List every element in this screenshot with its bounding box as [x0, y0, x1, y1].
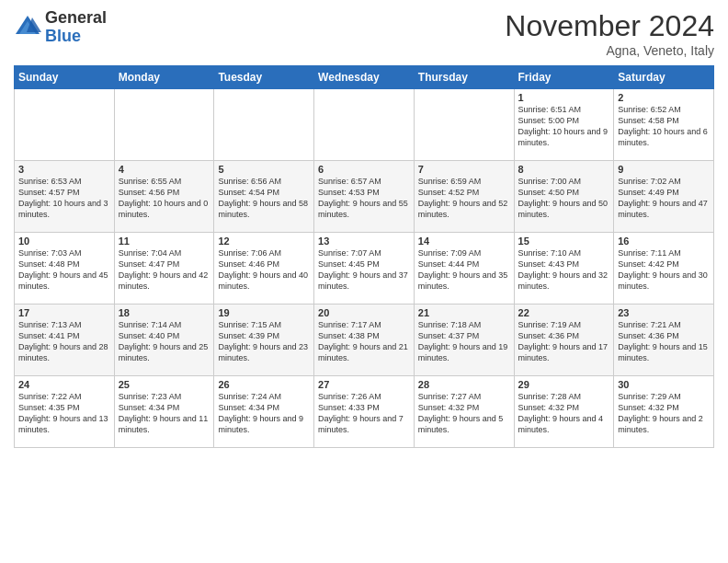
day-info: Sunrise: 7:11 AM Sunset: 4:42 PM Dayligh…: [618, 247, 710, 293]
logo-text: General Blue: [45, 9, 107, 46]
table-row: 12Sunrise: 7:06 AM Sunset: 4:46 PM Dayli…: [214, 233, 314, 304]
day-number: 12: [218, 236, 310, 247]
day-info: Sunrise: 7:29 AM Sunset: 4:32 PM Dayligh…: [618, 391, 710, 436]
table-row: 3Sunrise: 6:53 AM Sunset: 4:57 PM Daylig…: [15, 161, 115, 233]
day-info: Sunrise: 7:00 AM Sunset: 4:50 PM Dayligh…: [518, 176, 610, 221]
day-info: Sunrise: 7:19 AM Sunset: 4:36 PM Dayligh…: [518, 319, 610, 364]
day-info: Sunrise: 7:07 AM Sunset: 4:45 PM Dayligh…: [318, 247, 410, 293]
day-info: Sunrise: 6:55 AM Sunset: 4:56 PM Dayligh…: [119, 176, 210, 221]
day-info: Sunrise: 7:23 AM Sunset: 4:34 PM Dayligh…: [119, 391, 210, 436]
day-info: Sunrise: 7:04 AM Sunset: 4:47 PM Dayligh…: [119, 247, 210, 293]
table-row: [314, 89, 415, 161]
day-number: 27: [318, 379, 410, 390]
table-row: 21Sunrise: 7:18 AM Sunset: 4:37 PM Dayli…: [414, 304, 514, 376]
calendar-header-row: Sunday Monday Tuesday Wednesday Thursday…: [15, 66, 714, 89]
table-row: 13Sunrise: 7:07 AM Sunset: 4:45 PM Dayli…: [314, 233, 415, 304]
table-row: 6Sunrise: 6:57 AM Sunset: 4:53 PM Daylig…: [314, 161, 415, 233]
calendar-week-4: 17Sunrise: 7:13 AM Sunset: 4:41 PM Dayli…: [15, 304, 714, 376]
header-monday: Monday: [114, 66, 214, 89]
table-row: 7Sunrise: 6:59 AM Sunset: 4:52 PM Daylig…: [414, 161, 514, 233]
header-thursday: Thursday: [414, 66, 514, 89]
day-info: Sunrise: 6:56 AM Sunset: 4:54 PM Dayligh…: [218, 176, 310, 221]
day-info: Sunrise: 7:14 AM Sunset: 4:40 PM Dayligh…: [119, 319, 210, 364]
day-number: 26: [218, 379, 310, 390]
table-row: 4Sunrise: 6:55 AM Sunset: 4:56 PM Daylig…: [114, 161, 214, 233]
day-number: 18: [119, 307, 210, 318]
header-friday: Friday: [514, 66, 614, 89]
table-row: 23Sunrise: 7:21 AM Sunset: 4:36 PM Dayli…: [614, 304, 714, 376]
day-number: 21: [418, 307, 510, 318]
day-info: Sunrise: 7:27 AM Sunset: 4:32 PM Dayligh…: [418, 391, 510, 436]
table-row: 16Sunrise: 7:11 AM Sunset: 4:42 PM Dayli…: [614, 233, 714, 304]
day-info: Sunrise: 7:22 AM Sunset: 4:35 PM Dayligh…: [18, 391, 110, 436]
calendar-week-2: 3Sunrise: 6:53 AM Sunset: 4:57 PM Daylig…: [15, 161, 714, 233]
day-number: 14: [418, 236, 510, 247]
day-info: Sunrise: 7:15 AM Sunset: 4:39 PM Dayligh…: [218, 319, 310, 364]
day-info: Sunrise: 6:51 AM Sunset: 5:00 PM Dayligh…: [518, 104, 610, 149]
table-row: 14Sunrise: 7:09 AM Sunset: 4:44 PM Dayli…: [414, 233, 514, 304]
day-number: 9: [618, 164, 710, 175]
day-info: Sunrise: 7:24 AM Sunset: 4:34 PM Dayligh…: [218, 391, 310, 436]
day-info: Sunrise: 6:59 AM Sunset: 4:52 PM Dayligh…: [418, 176, 510, 221]
table-row: 1Sunrise: 6:51 AM Sunset: 5:00 PM Daylig…: [514, 89, 614, 161]
day-info: Sunrise: 6:53 AM Sunset: 4:57 PM Dayligh…: [18, 176, 110, 221]
day-info: Sunrise: 7:28 AM Sunset: 4:32 PM Dayligh…: [518, 391, 610, 436]
calendar-week-1: 1Sunrise: 6:51 AM Sunset: 5:00 PM Daylig…: [15, 89, 714, 161]
calendar-week-3: 10Sunrise: 7:03 AM Sunset: 4:48 PM Dayli…: [15, 233, 714, 304]
day-info: Sunrise: 7:03 AM Sunset: 4:48 PM Dayligh…: [18, 247, 110, 293]
day-info: Sunrise: 6:57 AM Sunset: 4:53 PM Dayligh…: [318, 176, 410, 221]
day-number: 5: [218, 164, 310, 175]
day-number: 10: [18, 236, 110, 247]
day-number: 3: [18, 164, 110, 175]
day-number: 24: [18, 379, 110, 390]
day-number: 1: [518, 92, 610, 103]
table-row: [114, 89, 214, 161]
day-number: 11: [119, 236, 210, 247]
table-row: 15Sunrise: 7:10 AM Sunset: 4:43 PM Dayli…: [514, 233, 614, 304]
table-row: 18Sunrise: 7:14 AM Sunset: 4:40 PM Dayli…: [114, 304, 214, 376]
logo-blue: Blue: [45, 28, 107, 46]
table-row: 10Sunrise: 7:03 AM Sunset: 4:48 PM Dayli…: [15, 233, 115, 304]
day-number: 23: [618, 307, 710, 318]
month-title: November 2024: [505, 9, 714, 43]
day-number: 30: [618, 379, 710, 390]
header-tuesday: Tuesday: [214, 66, 314, 89]
day-info: Sunrise: 7:13 AM Sunset: 4:41 PM Dayligh…: [18, 319, 110, 364]
day-number: 7: [418, 164, 510, 175]
location-subtitle: Agna, Veneto, Italy: [505, 43, 714, 58]
table-row: 19Sunrise: 7:15 AM Sunset: 4:39 PM Dayli…: [214, 304, 314, 376]
day-number: 20: [318, 307, 410, 318]
table-row: 28Sunrise: 7:27 AM Sunset: 4:32 PM Dayli…: [414, 376, 514, 448]
day-info: Sunrise: 7:21 AM Sunset: 4:36 PM Dayligh…: [618, 319, 710, 364]
table-row: 22Sunrise: 7:19 AM Sunset: 4:36 PM Dayli…: [514, 304, 614, 376]
day-info: Sunrise: 7:09 AM Sunset: 4:44 PM Dayligh…: [418, 247, 510, 293]
page-header: General Blue November 2024 Agna, Veneto,…: [14, 9, 714, 58]
day-number: 15: [518, 236, 610, 247]
logo: General Blue: [14, 9, 107, 46]
logo-general: General: [45, 9, 107, 28]
day-number: 4: [119, 164, 210, 175]
title-block: November 2024 Agna, Veneto, Italy: [505, 9, 714, 58]
page-container: General Blue November 2024 Agna, Veneto,…: [0, 0, 728, 455]
day-info: Sunrise: 7:26 AM Sunset: 4:33 PM Dayligh…: [318, 391, 410, 436]
day-number: 19: [218, 307, 310, 318]
header-saturday: Saturday: [614, 66, 714, 89]
day-number: 13: [318, 236, 410, 247]
day-number: 29: [518, 379, 610, 390]
logo-icon: [14, 14, 41, 41]
table-row: 2Sunrise: 6:52 AM Sunset: 4:58 PM Daylig…: [614, 89, 714, 161]
table-row: 25Sunrise: 7:23 AM Sunset: 4:34 PM Dayli…: [114, 376, 214, 448]
table-row: [15, 89, 115, 161]
table-row: 11Sunrise: 7:04 AM Sunset: 4:47 PM Dayli…: [114, 233, 214, 304]
day-number: 22: [518, 307, 610, 318]
calendar-week-5: 24Sunrise: 7:22 AM Sunset: 4:35 PM Dayli…: [15, 376, 714, 448]
day-info: Sunrise: 6:52 AM Sunset: 4:58 PM Dayligh…: [618, 104, 710, 149]
table-row: 17Sunrise: 7:13 AM Sunset: 4:41 PM Dayli…: [15, 304, 115, 376]
table-row: [214, 89, 314, 161]
table-row: 26Sunrise: 7:24 AM Sunset: 4:34 PM Dayli…: [214, 376, 314, 448]
day-number: 2: [618, 92, 710, 103]
day-number: 6: [318, 164, 410, 175]
table-row: [414, 89, 514, 161]
table-row: 29Sunrise: 7:28 AM Sunset: 4:32 PM Dayli…: [514, 376, 614, 448]
day-info: Sunrise: 7:02 AM Sunset: 4:49 PM Dayligh…: [618, 176, 710, 221]
